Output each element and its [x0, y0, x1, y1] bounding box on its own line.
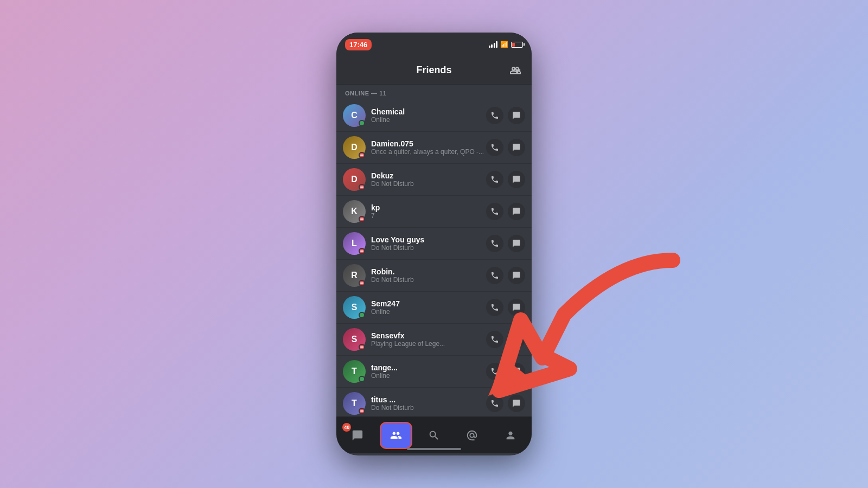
friend-name-tange: tange... — [371, 363, 486, 372]
friend-actions-damien — [486, 139, 525, 156]
friend-info-tange: tange... Online — [371, 363, 486, 380]
call-button-sem247[interactable] — [486, 299, 503, 316]
friend-actions-sensevfx — [486, 331, 525, 348]
avatar-wrap-loveyou: L — [343, 232, 366, 255]
friend-name-titus: titus ... — [371, 395, 486, 404]
avatar-wrap-damien: D — [343, 136, 366, 159]
friend-info-damien: Damien.075 Once a quiter, always a quite… — [371, 139, 486, 156]
friend-name-sem247: Sem247 — [371, 299, 486, 308]
add-friend-button[interactable] — [508, 63, 523, 78]
friend-actions-robin — [486, 267, 525, 284]
message-button-titus[interactable] — [508, 395, 525, 412]
dnd-status-sensevfx — [359, 344, 365, 350]
online-status-chemical — [359, 120, 365, 126]
call-button-kp[interactable] — [486, 203, 503, 220]
friend-item-kp[interactable]: K kp 7 — [336, 196, 532, 228]
friend-actions-loveyou — [486, 235, 525, 252]
nav-item-friends[interactable] — [380, 422, 412, 449]
friend-actions-sem247 — [486, 299, 525, 316]
status-icons: 📶 — [489, 41, 524, 48]
message-button-kp[interactable] — [508, 203, 525, 220]
page-title: Friends — [360, 65, 508, 76]
message-button-dekuz[interactable] — [508, 171, 525, 188]
message-button-chemical[interactable] — [508, 107, 525, 124]
dnd-status-kp — [359, 216, 365, 222]
friend-item-damien[interactable]: D Damien.075 Once a quiter, always a qui… — [336, 132, 532, 164]
friend-actions-kp — [486, 203, 525, 220]
call-button-dekuz[interactable] — [486, 171, 503, 188]
avatar-wrap-sem247: S — [343, 296, 366, 319]
friend-item-robin[interactable]: R Robin. Do Not Disturb — [336, 260, 532, 292]
message-button-sensevfx[interactable] — [508, 331, 525, 348]
friend-status-chemical: Online — [371, 116, 486, 124]
friend-status-sensevfx: Playing League of Lege... — [371, 340, 486, 348]
friend-status-damien: Once a quiter, always a quiter, QPO -... — [371, 148, 486, 156]
message-button-sem247[interactable] — [508, 299, 525, 316]
friend-status-tange: Online — [371, 372, 486, 380]
online-status-tange — [359, 376, 365, 382]
friend-info-chemical: Chemical Online — [371, 107, 486, 124]
nav-item-mentions[interactable] — [456, 422, 488, 449]
friend-info-sensevfx: Sensevfx Playing League of Lege... — [371, 331, 486, 348]
friend-info-loveyou: Love You guys Do Not Disturb — [371, 235, 486, 252]
friend-item-sensevfx[interactable]: S Sensevfx Playing League of Lege... — [336, 324, 532, 356]
friend-item-loveyou[interactable]: L Love You guys Do Not Disturb — [336, 228, 532, 260]
nav-item-profile[interactable] — [494, 422, 527, 449]
call-button-damien[interactable] — [486, 139, 503, 156]
friend-item-sem247[interactable]: S Sem247 Online — [336, 292, 532, 324]
time-display: 17:46 — [345, 39, 372, 50]
message-button-loveyou[interactable] — [508, 235, 525, 252]
friend-item-chemical[interactable]: C Chemical Online — [336, 100, 532, 132]
message-button-robin[interactable] — [508, 267, 525, 284]
friend-name-kp: kp — [371, 203, 486, 212]
friend-name-robin: Robin. — [371, 267, 486, 276]
friend-name-sensevfx: Sensevfx — [371, 331, 486, 340]
dnd-status-titus — [359, 408, 365, 414]
friend-name-loveyou: Love You guys — [371, 235, 486, 244]
call-button-chemical[interactable] — [486, 107, 503, 124]
phone-wrapper: 17:46 📶 Friends — [336, 33, 532, 455]
battery-icon — [511, 42, 523, 48]
avatar-wrap-robin: R — [343, 264, 366, 287]
nav-item-messages[interactable]: 48 — [341, 422, 374, 449]
friend-actions-tange — [486, 363, 525, 380]
friend-actions-titus — [486, 395, 525, 412]
nav-item-search[interactable] — [418, 422, 450, 449]
dnd-status-loveyou — [359, 248, 365, 254]
online-status-sem247 — [359, 312, 365, 318]
friend-actions-dekuz — [486, 171, 525, 188]
nav-badge-messages: 48 — [342, 423, 351, 432]
avatar-wrap-chemical: C — [343, 104, 366, 127]
friend-name-dekuz: Dekuz — [371, 171, 486, 180]
bottom-nav: 48 — [336, 416, 532, 453]
friend-status-loveyou: Do Not Disturb — [371, 244, 486, 252]
friend-item-tange[interactable]: T tange... Online — [336, 356, 532, 388]
signal-icon — [489, 41, 498, 48]
avatar-wrap-tange: T — [343, 360, 366, 383]
call-button-robin[interactable] — [486, 267, 503, 284]
avatar-wrap-kp: K — [343, 200, 366, 223]
friend-status-titus: Do Not Disturb — [371, 404, 486, 412]
home-indicator — [407, 448, 461, 450]
friend-item-dekuz[interactable]: D Dekuz Do Not Disturb — [336, 164, 532, 196]
friend-item-titus[interactable]: T titus ... Do Not Disturb — [336, 388, 532, 416]
status-bar: 17:46 📶 — [336, 33, 532, 56]
friend-name-damien: Damien.075 — [371, 139, 486, 148]
dnd-status-damien — [359, 152, 365, 158]
message-button-damien[interactable] — [508, 139, 525, 156]
call-button-loveyou[interactable] — [486, 235, 503, 252]
call-button-sensevfx[interactable] — [486, 331, 503, 348]
friend-actions-chemical — [486, 107, 525, 124]
friends-list: C Chemical Online D — [336, 100, 532, 416]
message-button-tange[interactable] — [508, 363, 525, 380]
friend-status-dekuz: Do Not Disturb — [371, 180, 486, 188]
dnd-status-robin — [359, 280, 365, 286]
section-header: ONLINE — 11 — [336, 85, 532, 100]
avatar-wrap-titus: T — [343, 392, 366, 415]
call-button-tange[interactable] — [486, 363, 503, 380]
app-header: Friends — [336, 56, 532, 85]
call-button-titus[interactable] — [486, 395, 503, 412]
friend-info-kp: kp 7 — [371, 203, 486, 220]
friend-name-chemical: Chemical — [371, 107, 486, 116]
friend-info-dekuz: Dekuz Do Not Disturb — [371, 171, 486, 188]
